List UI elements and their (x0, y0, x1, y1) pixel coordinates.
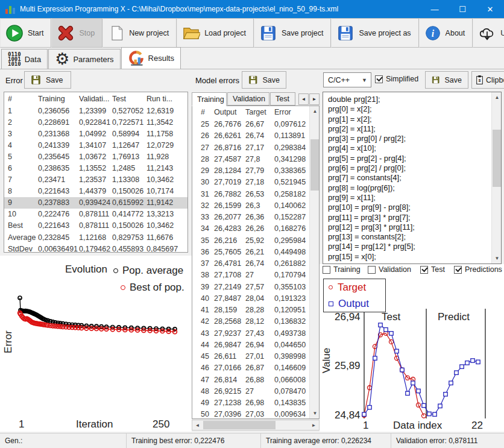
clipboard-button[interactable]: 8 Clipboard (471, 71, 504, 89)
table-row[interactable]: 40,2413391,341071,1264712,0729 (4, 140, 187, 151)
code-panel[interactable]: double prg[21];prg[0] = x[2];prg[1] = x[… (323, 92, 502, 264)
scroll-thumb[interactable] (203, 421, 276, 429)
tab-training[interactable]: Training (192, 92, 227, 106)
table-cell: 26,36 (245, 212, 274, 223)
table-row[interactable]: 2726,871627,170,298384 (192, 142, 319, 154)
tab-data[interactable]: 011010011010 Data (1, 49, 48, 69)
table-row[interactable]: 3027,701927,180,521945 (192, 177, 319, 188)
scroll-down-icon[interactable]: ▼ (310, 408, 320, 418)
app-icon-bar (13, 8, 15, 14)
save-error-button[interactable]: Save (24, 71, 71, 89)
tab-validation[interactable]: Validation (227, 92, 269, 106)
window-title: Multi Expression Programming X - C:\Miha… (20, 5, 421, 13)
table-row[interactable]: 4027,848728,040,191323 (192, 293, 319, 304)
table-cell: 0,455893 (112, 244, 146, 253)
scroll-thumb[interactable] (493, 130, 502, 187)
column-header[interactable]: Training (38, 92, 79, 106)
table-row[interactable]: 3426,428326,260,168276 (192, 223, 319, 235)
save-code-button[interactable]: Save (425, 71, 468, 89)
column-header[interactable]: Output (214, 106, 245, 119)
table-row[interactable]: 3126,788226,530,258182 (192, 189, 319, 200)
column-header[interactable]: # (8, 92, 38, 106)
table-row[interactable]: 5027,039627,030,009634 (192, 409, 319, 419)
scroll-up-icon[interactable]: ▲ (310, 106, 320, 116)
binary-icon: 011010011010 (8, 52, 21, 66)
table-row[interactable]: 10,2360561,233990,52705212,6319 (4, 106, 187, 117)
table-cell: 34 (201, 223, 214, 235)
table-cell: 26,1599 (214, 200, 245, 212)
model-table-hscrollbar[interactable]: ◄ ► (192, 420, 320, 431)
table-row[interactable]: 3827,1708270,170794 (192, 270, 319, 281)
table-row[interactable]: 4128,15928,280,120951 (192, 304, 319, 316)
column-header[interactable]: Run ti... (146, 92, 187, 106)
maximize-button[interactable]: ☐ (449, 0, 476, 18)
table-cell: 50 (201, 409, 214, 419)
scroll-thumb[interactable] (310, 139, 320, 191)
column-header[interactable]: Target (245, 106, 274, 119)
tab-results[interactable]: Results (121, 47, 181, 69)
scroll-right-icon[interactable]: ► (309, 420, 319, 430)
save-project-button[interactable]: Save project (254, 18, 331, 48)
code-line: prg[15] = x[0]; (323, 252, 491, 262)
new-project-button[interactable]: New project (102, 18, 177, 48)
table-cell: 0,845697 (146, 244, 187, 253)
table-row[interactable]: StdDev0,006364910,1794620,4558930,845697 (4, 244, 187, 253)
model-table-vscrollbar[interactable]: ▲ ▼ (309, 106, 320, 418)
load-project-button[interactable]: Load project (177, 18, 254, 48)
table-row[interactable]: 80,2216431,443790,15002610,7174 (4, 186, 187, 197)
column-header[interactable]: # (201, 106, 214, 119)
table-cell: 27,01 (245, 351, 274, 362)
close-button[interactable]: ✕ (476, 0, 504, 18)
table-row[interactable]: 90,2378830,9394240,61599211,9142 (4, 197, 187, 209)
simplified-checkbox[interactable]: Simplified (375, 75, 418, 83)
tab-test[interactable]: Test (270, 92, 295, 106)
table-row[interactable]: 2526,767626,670,097612 (192, 119, 319, 130)
table-row[interactable]: 4526,61127,010,398998 (192, 351, 319, 362)
tab-parameters[interactable]: ⚙ Parameters (48, 49, 120, 69)
table-row[interactable]: 50,2356451,036721,7691311,928 (4, 151, 187, 163)
save-model-errors-button[interactable]: Save (242, 71, 286, 89)
table-cell: 26 (201, 130, 214, 142)
language-select[interactable]: C/C++ ▼ (323, 72, 371, 87)
table-row[interactable]: 3726,478126,740,261882 (192, 258, 319, 270)
table-row[interactable]: 2626,626126,740,113891 (192, 130, 319, 142)
table-row[interactable]: 3927,214927,570,355103 (192, 282, 319, 293)
table-row[interactable]: 100,2224760,8781110,41477213,3213 (4, 209, 187, 220)
table-row[interactable]: Best0,2216430,8781110,15002610,3462 (4, 220, 187, 232)
table-row[interactable]: 4327,923727,430,493738 (192, 328, 319, 339)
scroll-up-icon[interactable]: ▲ (492, 92, 502, 103)
table-row[interactable]: 3526,21625,920,295984 (192, 235, 319, 247)
table-row[interactable]: 3226,159926,30,140062 (192, 200, 319, 212)
table-row[interactable]: 4627,016626,870,146609 (192, 362, 319, 374)
start-button[interactable]: Start (0, 18, 51, 48)
tab-scroll-right-button[interactable]: ► (309, 93, 320, 105)
scroll-left-icon[interactable]: ◄ (192, 420, 203, 430)
table-cell: 10,3462 (146, 174, 187, 186)
table-row[interactable]: 3326,207726,360,152287 (192, 212, 319, 223)
updates-button[interactable]: Updates (473, 18, 504, 48)
table-row[interactable]: 4426,984726,940,044650 (192, 339, 319, 351)
tab-scroll-left-button[interactable]: ◄ (298, 93, 309, 105)
table-row[interactable]: 2827,458727,80,341298 (192, 154, 319, 165)
table-row[interactable]: 70,234711,235371,1330810,3462 (4, 174, 187, 186)
table-row[interactable]: 3625,760526,210,449498 (192, 247, 319, 258)
table-row[interactable]: 30,2313681,049920,5899411,1758 (4, 128, 187, 140)
table-row[interactable]: 4228,256828,120,136832 (192, 316, 319, 327)
save-project-as-button[interactable]: Save project as (331, 18, 418, 48)
column-header[interactable]: Validati... (79, 92, 112, 106)
table-row[interactable]: 4726,81426,880,066008 (192, 374, 319, 386)
table-row[interactable]: 2928,128427,790,338365 (192, 165, 319, 177)
table-cell: 1,2485 (112, 163, 146, 174)
table-row[interactable]: Average0,2328451,121680,82975311,6676 (4, 232, 187, 244)
table-row[interactable]: 4826,9215270,078470 (192, 386, 319, 397)
minimize-button[interactable]: — (421, 0, 449, 18)
code-line: prg[8] = log(prg[6]); (323, 183, 491, 193)
table-row[interactable]: 20,2286910,9228410,72257111,3542 (4, 117, 187, 128)
scroll-down-icon[interactable]: ▼ (492, 253, 502, 263)
about-button[interactable]: i About (419, 18, 473, 48)
table-cell: 41 (201, 304, 214, 316)
table-row[interactable]: 60,2386351,135521,248511,2143 (4, 163, 187, 174)
column-header[interactable]: Test (112, 92, 146, 106)
code-vscrollbar[interactable]: ▲ ▼ (491, 92, 502, 263)
table-row[interactable]: 4927,123826,980,143835 (192, 397, 319, 409)
